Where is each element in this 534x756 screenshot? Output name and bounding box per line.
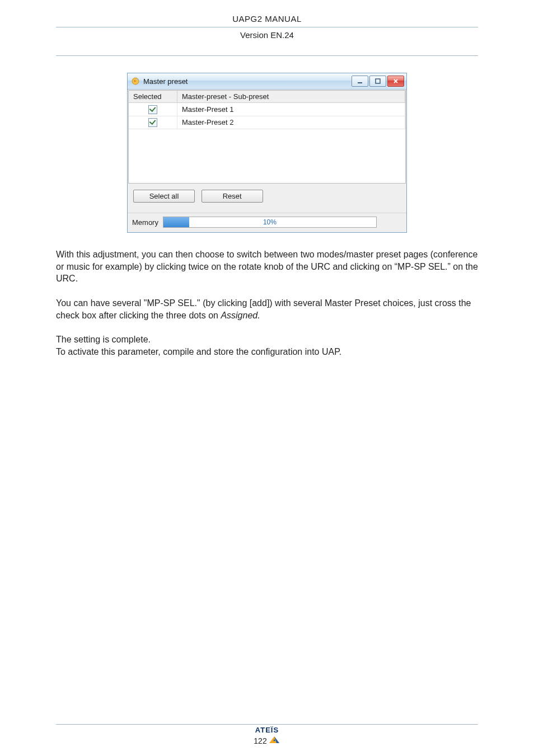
- dialog-button-row: Select all Reset: [128, 184, 406, 213]
- master-preset-dialog: Master preset: [127, 73, 407, 233]
- footer-logo-icon: [268, 735, 280, 746]
- memory-progress-text: 10%: [163, 217, 376, 227]
- footer-brand: ATEÏS: [56, 726, 478, 734]
- body-paragraph-2: You can have several "MP-SP SEL." (by cl…: [56, 297, 478, 321]
- preset-grid: Selected Master-preset - Sub-preset Mast…: [128, 90, 406, 184]
- dialog-title: Master preset: [143, 77, 352, 86]
- memory-progressbar: 10%: [163, 217, 377, 228]
- svg-point-1: [137, 79, 138, 80]
- preset-name-cell[interactable]: Master-Preset 1: [177, 103, 405, 116]
- svg-rect-2: [358, 82, 362, 83]
- maximize-button[interactable]: [369, 76, 386, 87]
- column-header-selected[interactable]: Selected: [129, 91, 177, 103]
- window-buttons: [352, 76, 404, 87]
- svg-rect-3: [376, 79, 380, 83]
- select-all-button[interactable]: Select all: [133, 190, 195, 203]
- header-title: UAPG2 MANUAL: [56, 12, 478, 26]
- footer-rule: [56, 724, 478, 725]
- memory-label: Memory: [132, 218, 158, 227]
- dialog-titlebar: Master preset: [128, 73, 406, 90]
- page-number: 122: [254, 736, 266, 745]
- memory-row: Memory 10%: [128, 213, 406, 232]
- checkbox-icon[interactable]: [148, 118, 157, 127]
- page-header: UAPG2 MANUAL Version EN.24: [56, 12, 478, 56]
- reset-button[interactable]: Reset: [202, 190, 263, 203]
- svg-point-6: [273, 740, 275, 741]
- body-paragraph-2a: You can have several "MP-SP SEL." (by cl…: [56, 298, 471, 320]
- header-rule-1: [56, 27, 478, 27]
- minimize-button[interactable]: [352, 76, 368, 87]
- dialog-body: Selected Master-preset - Sub-preset Mast…: [128, 90, 406, 232]
- footer-page-number: 122: [254, 735, 280, 746]
- checkbox-icon[interactable]: [148, 105, 157, 114]
- page-footer: ATEÏS 122: [56, 724, 478, 746]
- preset-name-cell[interactable]: Master-Preset 2: [177, 116, 405, 129]
- body-paragraph-3: The setting is complete.: [56, 334, 478, 346]
- table-row[interactable]: Master-Preset 1: [129, 103, 405, 116]
- app-icon: [131, 77, 140, 86]
- body-paragraph-2b-italic: Assigned.: [221, 311, 260, 320]
- table-row[interactable]: Master-Preset 2: [129, 116, 405, 129]
- body-paragraph-1: With this adjustment, you can then choos…: [56, 248, 478, 285]
- body-paragraph-4: To activate this parameter, compile and …: [56, 346, 478, 358]
- column-header-name[interactable]: Master-preset - Sub-preset: [177, 91, 405, 103]
- header-version: Version EN.24: [56, 29, 478, 42]
- close-button[interactable]: [387, 76, 404, 87]
- header-rule-2: [56, 55, 478, 56]
- dialog-screenshot: Master preset: [127, 73, 407, 233]
